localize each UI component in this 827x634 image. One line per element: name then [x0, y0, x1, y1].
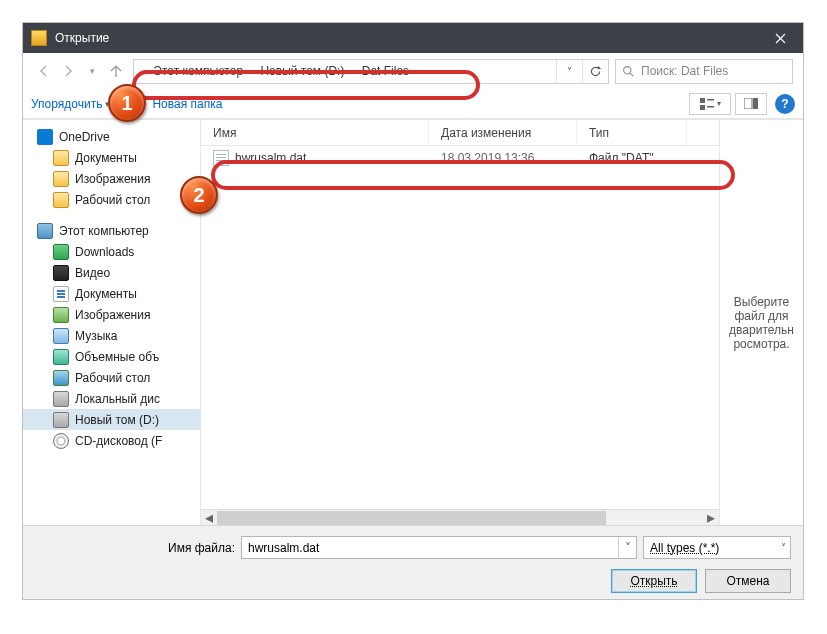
back-button[interactable] [33, 60, 55, 82]
view-options-button[interactable]: ▾ [689, 93, 731, 115]
tree-label: Музыка [75, 329, 117, 343]
preview-text: Выберите файл для дварительн росмотра. [726, 295, 797, 351]
file-icon [213, 150, 229, 166]
music-icon [53, 328, 69, 344]
tree-label: Документы [75, 287, 137, 301]
chevron-right-icon: › [348, 66, 357, 77]
up-button[interactable] [105, 60, 127, 82]
scroll-right-icon[interactable]: ▸ [703, 511, 719, 525]
column-type[interactable]: Тип [577, 120, 687, 145]
image-icon [53, 307, 69, 323]
column-date[interactable]: Дата изменения [429, 120, 577, 145]
tree-label: OneDrive [59, 130, 110, 144]
onedrive-icon [37, 129, 53, 145]
open-button[interactable]: Открыть [611, 569, 697, 593]
tree-label: Рабочий стол [75, 193, 150, 207]
refresh-button[interactable] [582, 60, 608, 83]
tree-new-volume[interactable]: Новый том (D:) [23, 409, 200, 430]
filename-combobox[interactable]: ˅ [241, 536, 637, 559]
chevron-down-icon: ▾ [717, 99, 721, 108]
scroll-left-icon[interactable]: ◂ [201, 511, 217, 525]
new-folder-button[interactable]: Новая папка [152, 97, 222, 111]
file-list-area: Имя Дата изменения Тип hwrusalm.dat 18.0… [201, 120, 719, 525]
tree-desktop[interactable]: Рабочий стол [23, 367, 200, 388]
tree-cd-drive[interactable]: CD-дисковод (F [23, 430, 200, 451]
column-name[interactable]: Имя [201, 120, 429, 145]
annotation-marker-2: 2 [180, 176, 218, 214]
address-row: ▾ › Этот компьютер › Новый том (D:) › Da… [23, 53, 803, 89]
svg-point-0 [624, 66, 631, 73]
bottom-panel: Имя файла: ˅ All types (*.*) ˅ Открыть О… [23, 525, 803, 599]
crumb-this-pc[interactable]: Этот компьютер [153, 64, 243, 78]
tree-music[interactable]: Музыка [23, 325, 200, 346]
search-input[interactable]: Поиск: Dat Files [615, 59, 793, 84]
help-button[interactable]: ? [775, 94, 795, 114]
tree-onedrive[interactable]: OneDrive [23, 126, 200, 147]
drive-icon [53, 412, 69, 428]
preview-icon [744, 98, 758, 109]
tree-label: Новый том (D:) [75, 413, 159, 427]
cancel-button[interactable]: Отмена [705, 569, 791, 593]
folder-icon [53, 192, 69, 208]
forward-button[interactable] [57, 60, 79, 82]
file-type-filter[interactable]: All types (*.*) ˅ [643, 536, 791, 559]
file-type: Файл "DAT" [577, 151, 687, 165]
file-name: hwrusalm.dat [235, 151, 306, 165]
address-dropdown[interactable]: ˅ [556, 60, 582, 83]
horizontal-scrollbar[interactable]: ◂ ▸ [201, 509, 719, 525]
tree-this-pc[interactable]: Этот компьютер [23, 220, 200, 241]
address-bar[interactable]: › Этот компьютер › Новый том (D:) › Dat … [133, 59, 609, 84]
tree-docs[interactable]: Документы [23, 283, 200, 304]
desktop-icon [53, 370, 69, 386]
downloads-icon [53, 244, 69, 260]
chevron-down-icon: ˅ [781, 542, 786, 553]
tree-label: Downloads [75, 245, 134, 259]
cube-icon [53, 349, 69, 365]
tree-label: Изображения [75, 308, 150, 322]
tree-pics[interactable]: Изображения [23, 304, 200, 325]
tree-3d[interactable]: Объемные объ [23, 346, 200, 367]
recent-dropdown[interactable]: ▾ [81, 60, 103, 82]
filter-text: All types (*.*) [650, 541, 781, 555]
chevron-right-icon: › [140, 66, 149, 77]
organize-menu[interactable]: Упорядочить ▾ [31, 97, 110, 111]
tree-od-docs[interactable]: Документы [23, 147, 200, 168]
svg-rect-6 [753, 98, 758, 109]
tree-local-disk[interactable]: Локальный дис [23, 388, 200, 409]
svg-rect-2 [700, 105, 705, 110]
column-headers: Имя Дата изменения Тип [201, 120, 719, 146]
tree-downloads[interactable]: Downloads [23, 241, 200, 262]
file-date: 18.03.2019 13:36 [429, 151, 577, 165]
scroll-thumb[interactable] [217, 511, 606, 525]
tree-label: Этот компьютер [59, 224, 149, 238]
tree-videos[interactable]: Видео [23, 262, 200, 283]
crumb-volume[interactable]: Новый том (D:) [260, 64, 344, 78]
crumb-folder[interactable]: Dat Files [362, 64, 409, 78]
preview-pane: Выберите файл для дварительн росмотра. [719, 120, 803, 525]
annotation-marker-1: 1 [108, 84, 146, 122]
filename-dropdown[interactable]: ˅ [618, 537, 636, 558]
svg-rect-3 [707, 99, 714, 101]
tree-od-desktop[interactable]: Рабочий стол [23, 189, 200, 210]
app-icon [31, 30, 47, 46]
cd-icon [53, 433, 69, 449]
pc-icon [37, 223, 53, 239]
tree-label: Документы [75, 151, 137, 165]
tree-label: Локальный дис [75, 392, 160, 406]
doc-icon [53, 286, 69, 302]
filename-input[interactable] [242, 537, 618, 558]
filename-label: Имя файла: [35, 541, 235, 555]
window-title: Открытие [55, 31, 759, 45]
tree-od-pics[interactable]: Изображения [23, 168, 200, 189]
file-row[interactable]: hwrusalm.dat 18.03.2019 13:36 Файл "DAT" [201, 146, 719, 170]
titlebar: Открытие [23, 23, 803, 53]
folder-icon [53, 150, 69, 166]
tree-label: Видео [75, 266, 110, 280]
preview-pane-button[interactable] [735, 93, 767, 115]
video-icon [53, 265, 69, 281]
drive-icon [53, 391, 69, 407]
chevron-right-icon: › [247, 66, 256, 77]
navigation-tree: OneDrive Документы Изображения Рабочий с… [23, 120, 201, 525]
svg-rect-4 [707, 106, 714, 108]
close-button[interactable] [759, 23, 801, 53]
